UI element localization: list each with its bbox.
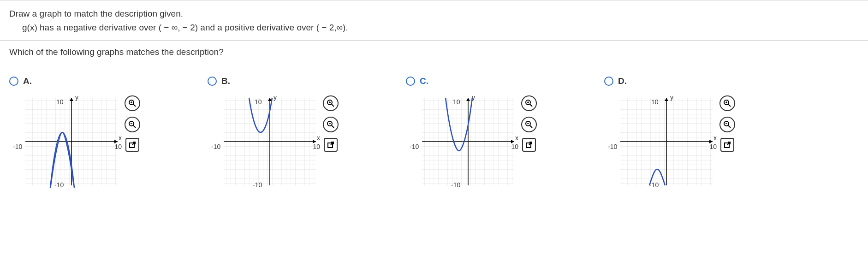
axis-x-label: x <box>317 134 320 142</box>
question-line-1: Draw a graph to match the description gi… <box>9 9 859 19</box>
option-label: C. <box>420 76 428 86</box>
graph-with-tools: y x 10 -10 -10 10 <box>604 95 789 188</box>
radio-B[interactable] <box>208 77 217 86</box>
tick-x-max: 10 <box>114 143 122 150</box>
svg-line-34 <box>530 104 532 107</box>
axis-x-label: x <box>713 134 717 142</box>
zoom-out-icon[interactable] <box>323 117 339 132</box>
option-header: A. <box>9 76 194 86</box>
option-header: B. <box>208 76 392 86</box>
graph-A[interactable]: y x 10 -10 -10 10 <box>23 95 120 188</box>
radio-C[interactable] <box>406 77 415 86</box>
question-section: Draw a graph to match the description gi… <box>0 0 868 41</box>
open-icon[interactable] <box>324 138 338 152</box>
zoom-in-icon[interactable] <box>719 95 735 111</box>
tick-y-max: 10 <box>255 98 262 106</box>
graph-with-tools: y x 10 -10 -10 10 <box>9 95 194 188</box>
zoom-out-icon[interactable] <box>125 117 140 132</box>
axis-x-label: x <box>515 134 518 142</box>
tick-y-max: 10 <box>453 98 460 106</box>
axis-x-label: x <box>119 134 122 142</box>
tick-y-min: -10 <box>451 181 460 188</box>
svg-line-38 <box>530 125 532 128</box>
graph-D[interactable]: y x 10 -10 -10 10 <box>618 95 715 188</box>
options-row: A. <box>0 62 868 188</box>
tick-x-min: -10 <box>608 143 617 150</box>
zoom-in-icon[interactable] <box>125 95 140 111</box>
graph-with-tools: y x 10 -10 -10 10 <box>406 95 590 188</box>
svg-line-48 <box>728 104 731 107</box>
tick-x-max: 10 <box>709 143 717 150</box>
tick-y-min: -10 <box>253 181 262 188</box>
tick-x-max: 10 <box>313 143 320 150</box>
tick-y-max: 10 <box>56 98 64 106</box>
subquestion: Which of the following graphs matches th… <box>0 41 868 62</box>
tick-x-min: -10 <box>13 143 22 150</box>
option-header: D. <box>604 76 789 86</box>
svg-line-10 <box>133 125 136 128</box>
radio-D[interactable] <box>604 77 613 86</box>
graph-tools <box>125 95 140 152</box>
svg-line-24 <box>332 125 334 128</box>
zoom-in-icon[interactable] <box>323 95 339 111</box>
option-D: D. y x 10 -10 -10 10 <box>604 76 789 188</box>
svg-line-52 <box>728 125 731 128</box>
option-A: A. <box>9 76 194 188</box>
open-icon[interactable] <box>522 138 536 152</box>
radio-A[interactable] <box>9 77 18 86</box>
graph-tools <box>521 95 537 152</box>
tick-y-min: -10 <box>54 181 64 188</box>
graph-tools <box>323 95 339 152</box>
zoom-out-icon[interactable] <box>521 117 537 132</box>
graph-B[interactable]: y x 10 -10 -10 10 <box>221 95 318 188</box>
axis-y-label: y <box>273 94 277 101</box>
graph-with-tools: y x 10 -10 -10 10 <box>208 95 392 188</box>
option-label: B. <box>221 76 230 86</box>
tick-x-max: 10 <box>511 143 518 150</box>
axis-y-label: y <box>472 94 475 101</box>
axis-y-label: y <box>75 94 78 101</box>
option-C: C. y x 10 -10 -10 10 <box>406 76 590 188</box>
graph-C[interactable]: y x 10 -10 -10 10 <box>420 95 517 188</box>
zoom-in-icon[interactable] <box>521 95 537 111</box>
graph-tools <box>719 95 735 152</box>
question-line-2: g(x) has a negative derivative over ( − … <box>9 23 859 33</box>
axis-y-label: y <box>670 94 673 101</box>
tick-y-max: 10 <box>651 98 659 106</box>
svg-line-20 <box>332 104 334 107</box>
tick-y-min: -10 <box>649 181 659 188</box>
open-icon[interactable] <box>720 138 734 152</box>
open-icon[interactable] <box>125 138 139 152</box>
svg-line-6 <box>133 104 136 107</box>
option-label: D. <box>618 76 627 86</box>
option-label: A. <box>23 76 32 86</box>
option-B: B. y x 10 -10 -10 10 <box>208 76 392 188</box>
tick-x-min: -10 <box>410 143 419 150</box>
tick-x-min: -10 <box>211 143 220 150</box>
zoom-out-icon[interactable] <box>719 117 735 132</box>
option-header: C. <box>406 76 590 86</box>
